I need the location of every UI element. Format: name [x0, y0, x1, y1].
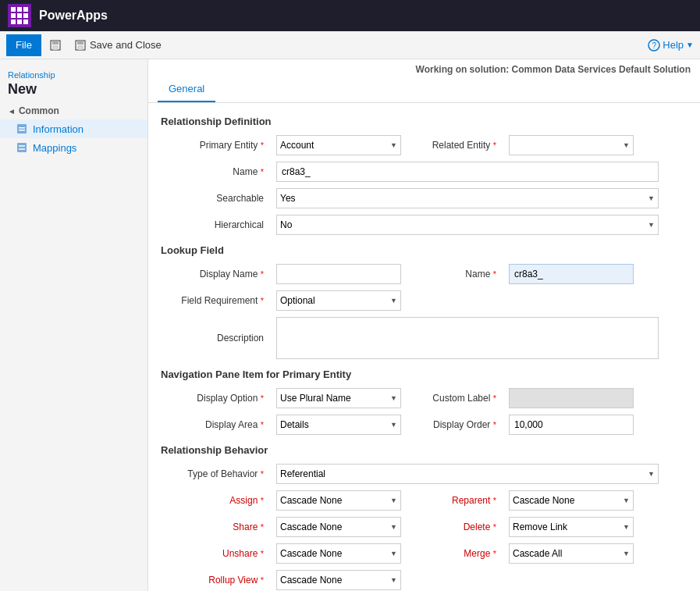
searchable-select-wrapper[interactable]: Yes No: [276, 188, 659, 208]
lookup-name-required: *: [493, 269, 496, 279]
lookup-field-title: Lookup Field: [161, 244, 688, 256]
save-disk-icon: [49, 39, 62, 52]
hierarchical-select-wrapper[interactable]: No Yes: [276, 215, 659, 235]
share-label: Share *: [161, 522, 270, 532]
type-behavior-select-wrapper[interactable]: Referential Parental Configurable Cascad…: [276, 464, 659, 484]
name-label: Name *: [161, 166, 270, 177]
primary-entity-select-wrapper[interactable]: Account: [276, 135, 401, 155]
svg-rect-9: [19, 127, 25, 129]
merge-select[interactable]: Cascade All Cascade None: [509, 543, 634, 564]
searchable-select[interactable]: Yes No: [276, 188, 659, 208]
svg-rect-8: [17, 124, 27, 134]
file-button[interactable]: File: [6, 34, 41, 56]
description-row: Description: [161, 317, 688, 359]
sidebar-header: Relationship New: [0, 66, 147, 99]
sidebar-new-label: New: [8, 81, 140, 98]
display-name-row: Display Name * Name *: [161, 264, 688, 284]
display-option-row: Display Option * Use Plural Name Use Cus…: [161, 388, 688, 408]
related-entity-select[interactable]: [509, 135, 634, 155]
related-entity-select-wrapper[interactable]: [509, 135, 634, 155]
help-button[interactable]: ? Help ▼: [648, 39, 694, 52]
reparent-label: Reparent *: [417, 495, 503, 506]
tab-bar: General: [148, 77, 700, 103]
share-select[interactable]: Cascade None Cascade All: [276, 517, 401, 537]
merge-select-wrapper[interactable]: Cascade All Cascade None: [509, 543, 634, 564]
assign-select[interactable]: Cascade None Cascade All: [276, 490, 401, 511]
sidebar-item-information[interactable]: Information: [0, 119, 147, 138]
name-input[interactable]: [276, 162, 659, 182]
rollup-view-label: Rollup View *: [161, 575, 270, 586]
reparent-required: *: [493, 496, 496, 505]
main-container: Relationship New ◄ Common Information Ma…: [0, 59, 700, 591]
type-behavior-row: Type of Behavior * Referential Parental …: [161, 464, 688, 484]
command-left: File Save and Close: [6, 34, 166, 56]
working-solution-banner: Working on solution: Common Data Service…: [148, 59, 700, 77]
sidebar-relationship-label: Relationship: [8, 70, 140, 80]
display-option-label: Display Option *: [161, 393, 270, 404]
primary-entity-select[interactable]: Account: [276, 135, 401, 155]
field-requirement-label: Field Requirement *: [161, 295, 270, 306]
delete-select[interactable]: Remove Link Cascade All Cascade None: [509, 517, 634, 537]
save-icon-button[interactable]: [44, 36, 66, 55]
svg-rect-2: [53, 46, 58, 50]
lookup-name-col: Name *: [417, 264, 634, 284]
svg-rect-10: [19, 130, 25, 131]
share-delete-row: Share * Cascade None Cascade All Delete …: [161, 517, 688, 537]
sidebar-section-common: ◄ Common: [0, 99, 147, 119]
delete-select-wrapper[interactable]: Remove Link Cascade All Cascade None: [509, 517, 634, 537]
rollup-view-select[interactable]: Cascade None Cascade All: [276, 570, 401, 590]
merge-label: Merge *: [417, 548, 503, 559]
unshare-select-wrapper[interactable]: Cascade None Cascade All: [276, 543, 401, 564]
sidebar-item-mappings[interactable]: Mappings: [0, 138, 147, 157]
merge-required: *: [493, 549, 496, 558]
app-title: PowerApps: [39, 9, 108, 23]
svg-text:?: ?: [652, 41, 657, 50]
display-area-select-wrapper[interactable]: Details Sales Marketing Service: [276, 415, 401, 435]
display-area-select[interactable]: Details Sales Marketing Service: [276, 415, 401, 435]
delete-col: Delete * Remove Link Cascade All Cascade…: [417, 517, 634, 537]
svg-rect-5: [78, 46, 83, 50]
field-requirement-row: Field Requirement * Optional Required: [161, 290, 688, 311]
command-bar: File Save and Close ? Help ▼: [0, 31, 700, 59]
display-name-input[interactable]: [276, 264, 401, 284]
unshare-label: Unshare *: [161, 548, 270, 559]
share-select-wrapper[interactable]: Cascade None Cascade All: [276, 517, 401, 537]
lookup-name-input[interactable]: [509, 264, 634, 284]
reparent-select[interactable]: Cascade None Cascade All: [509, 490, 634, 511]
svg-rect-11: [17, 143, 27, 152]
type-behavior-select[interactable]: Referential Parental Configurable Cascad…: [276, 464, 659, 484]
waffle-grid: [11, 7, 28, 24]
sidebar-item-information-label: Information: [33, 123, 84, 135]
rollup-view-row: Rollup View * Cascade None Cascade All: [161, 570, 688, 590]
display-option-select[interactable]: Use Plural Name Use Custom Label Do Not …: [276, 388, 401, 408]
field-requirement-required: *: [261, 296, 264, 305]
custom-label-input[interactable]: [509, 388, 634, 408]
hierarchical-label: Hierarchical: [161, 219, 270, 230]
hierarchical-select[interactable]: No Yes: [276, 215, 659, 235]
related-entity-label: Related Entity *: [417, 140, 503, 151]
sidebar-section-common-label: Common: [19, 105, 59, 116]
reparent-select-wrapper[interactable]: Cascade None Cascade All: [509, 490, 634, 511]
unshare-select[interactable]: Cascade None Cascade All: [276, 543, 401, 564]
display-area-col: Display Area * Details Sales Marketing S…: [161, 415, 401, 435]
display-option-select-wrapper[interactable]: Use Plural Name Use Custom Label Do Not …: [276, 388, 401, 408]
rollup-view-select-wrapper[interactable]: Cascade None Cascade All: [276, 570, 401, 590]
assign-select-wrapper[interactable]: Cascade None Cascade All: [276, 490, 401, 511]
description-label: Description: [161, 333, 270, 344]
field-requirement-select[interactable]: Optional Required: [276, 290, 401, 311]
tab-general[interactable]: General: [158, 77, 215, 102]
sidebar-item-mappings-label: Mappings: [33, 142, 76, 154]
svg-rect-4: [77, 41, 84, 45]
display-order-input[interactable]: [509, 415, 634, 435]
assign-required: *: [261, 496, 264, 505]
display-order-required: *: [493, 420, 496, 429]
working-solution-text: Working on solution: Common Data Service…: [416, 64, 691, 75]
waffle-icon[interactable]: [8, 4, 31, 27]
display-order-col: Display Order *: [417, 415, 634, 435]
description-textarea[interactable]: [276, 317, 659, 359]
unshare-col: Unshare * Cascade None Cascade All: [161, 543, 401, 564]
relationship-behavior-title: Relationship Behavior: [161, 444, 688, 456]
save-close-button[interactable]: Save and Close: [69, 36, 166, 55]
field-requirement-select-wrapper[interactable]: Optional Required: [276, 290, 401, 311]
form-content: Relationship Definition Primary Entity *…: [148, 103, 700, 591]
